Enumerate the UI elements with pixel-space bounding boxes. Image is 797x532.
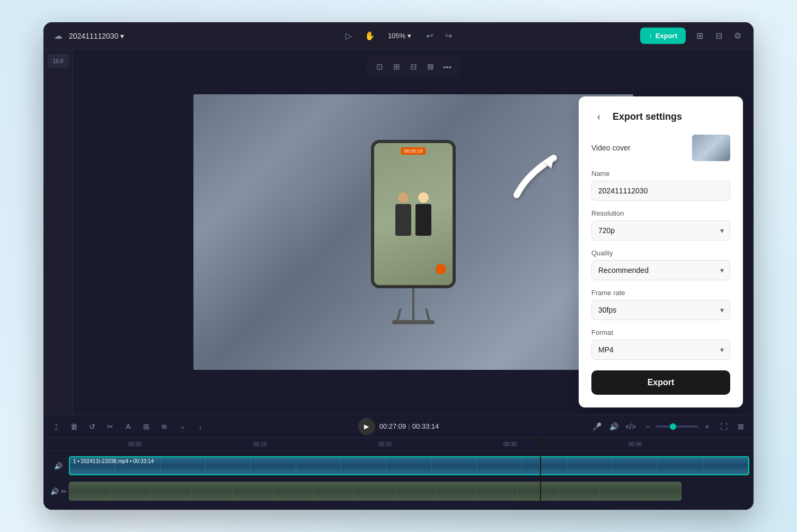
film-segment2: [192, 482, 233, 500]
canvas-area: ⊡ ⊞ ⊟ ⊠ ••• 00:00:23: [73, 50, 754, 414]
film-segment2: [518, 482, 559, 500]
zoom-control[interactable]: 105% ▾: [384, 30, 415, 42]
project-name-dropdown[interactable]: 202411112030 ▾: [69, 32, 124, 40]
film-segment2: [151, 482, 192, 500]
track-2-edit-icon[interactable]: ✏: [61, 487, 67, 495]
film-segment2: [395, 482, 436, 500]
quality-select[interactable]: Recommended High Medium Low: [591, 260, 730, 280]
track-1-content[interactable]: 1 • 202411t-22038.mp4 • 00:33:14: [69, 456, 749, 475]
resolution-select[interactable]: 720p 1080p 4K: [591, 220, 730, 241]
audio-sync-icon[interactable]: ≋: [158, 420, 171, 433]
film-segment: [522, 457, 567, 474]
video-content: 00:00:23: [193, 94, 633, 370]
framerate-label: Frame rate: [591, 289, 730, 297]
zoom-in-icon[interactable]: +: [701, 420, 713, 433]
code-icon[interactable]: </>: [624, 420, 637, 433]
video-cover-thumbnail[interactable]: [692, 135, 730, 161]
layout-icon[interactable]: ⊟: [711, 29, 726, 43]
delete-icon[interactable]: 🗑: [68, 420, 81, 433]
zoom-level-label: 105%: [388, 32, 405, 40]
film-segment2: [477, 482, 518, 500]
panel-title: Export settings: [613, 111, 682, 122]
layers-icon[interactable]: ⊞: [692, 29, 707, 43]
film-segment: [296, 457, 341, 474]
text-icon[interactable]: A: [122, 420, 135, 433]
person2-body: [415, 204, 431, 236]
back-button[interactable]: ‹: [591, 109, 606, 124]
transform-tool-icon[interactable]: ⊟: [406, 59, 421, 74]
keyframe-icon[interactable]: ⬦: [176, 420, 189, 433]
voiceover-icon[interactable]: 🔊: [607, 420, 620, 433]
fit-tool-icon[interactable]: ⊞: [389, 59, 404, 74]
undo-icon[interactable]: ↩: [422, 29, 437, 43]
quality-select-wrapper: Recommended High Medium Low: [591, 260, 730, 280]
tripod-base: [392, 320, 435, 324]
film-segment: [432, 457, 477, 474]
panel-icon[interactable]: ⊞: [140, 420, 153, 433]
split-icon[interactable]: ⌶: [50, 420, 63, 433]
film-segment: [161, 457, 206, 474]
person1: [395, 192, 411, 236]
framerate-select[interactable]: 24fps 30fps 60fps: [591, 300, 730, 320]
film-segment: [386, 457, 431, 474]
tripod-stand: [412, 288, 414, 320]
loop-icon[interactable]: ↺: [86, 420, 99, 433]
video-cover-label: Video cover: [591, 144, 631, 152]
film-segment2: [640, 482, 681, 500]
track-1-icons: 🔊: [48, 462, 69, 470]
film-segment: [658, 457, 703, 474]
mask-tool-icon[interactable]: ⊠: [423, 59, 438, 74]
zoom-slider[interactable]: [656, 425, 698, 428]
film-segment: [703, 457, 748, 474]
resolution-select-wrapper: 720p 1080p 4K: [591, 220, 730, 241]
redo-icon[interactable]: ↪: [441, 29, 456, 43]
more-tools-icon[interactable]: •••: [440, 59, 455, 74]
export-action-button[interactable]: Export: [591, 370, 730, 395]
fullscreen-icon[interactable]: ⛶: [718, 420, 730, 433]
panel-expand-icon[interactable]: ⊠: [734, 420, 747, 433]
film-segment2: [559, 482, 599, 500]
track-2-volume-icon[interactable]: 🔊: [50, 487, 59, 495]
track-1-volume-icon[interactable]: 🔊: [54, 462, 63, 470]
track-2-film: [69, 482, 681, 501]
resolution-group: Resolution 720p 1080p 4K: [591, 209, 730, 241]
film-segment: [613, 457, 658, 474]
export-button[interactable]: ↑ Export: [640, 28, 686, 44]
canvas-toolbar: ⊡ ⊞ ⊟ ⊠ •••: [367, 56, 460, 77]
play-mode-icon[interactable]: ▷: [341, 29, 356, 43]
zoom-out-icon[interactable]: −: [641, 420, 654, 433]
download-icon[interactable]: ↓: [194, 420, 207, 433]
crop-tool-icon[interactable]: ⊡: [372, 59, 387, 74]
film-segment: [568, 457, 613, 474]
settings-icon[interactable]: ⚙: [730, 29, 745, 43]
film-segment: [251, 457, 296, 474]
trim-icon[interactable]: ✂: [104, 420, 117, 433]
undo-redo-group: ↩ ↪: [422, 29, 456, 43]
name-input[interactable]: [591, 181, 730, 201]
ruler-mark-3: 00:30: [503, 441, 628, 447]
format-select[interactable]: MP4 MOV AVI GIF: [591, 340, 730, 360]
film-segment2: [314, 482, 355, 500]
zoom-slider-wrapper: − +: [641, 420, 713, 433]
track-2-content[interactable]: [69, 482, 749, 501]
bottom-timeline-area: ⌶ 🗑 ↺ ✂ A ⊞ ≋ ⬦ ↓ ▶ 00:27:09 | 00:33:14 …: [43, 414, 754, 510]
main-area: 16:9 ⊡ ⊞ ⊟ ⊠ •••: [43, 50, 754, 414]
hand-tool-icon[interactable]: ✋: [362, 29, 377, 43]
panel-header: ‹ Export settings: [591, 109, 730, 124]
microphone-icon[interactable]: 🎤: [590, 420, 603, 433]
top-bar-right: ↑ Export ⊞ ⊟ ⚙: [514, 28, 745, 44]
cover-thumb-inner: [692, 135, 730, 161]
resolution-label: Resolution: [591, 209, 730, 217]
film-segment2: [69, 482, 110, 500]
video-cover-row: Video cover: [591, 135, 730, 161]
total-time-label: 00:33:14: [412, 422, 439, 430]
top-bar: ☁ 202411112030 ▾ ▷ ✋ 105% ▾ ↩ ↪ ↑ Export: [43, 22, 754, 50]
video-frame: 00:00:23: [73, 50, 754, 414]
timeline-controls: ⌶ 🗑 ↺ ✂ A ⊞ ≋ ⬦ ↓ ▶ 00:27:09 | 00:33:14 …: [43, 415, 754, 438]
export-icon: ↑: [649, 32, 652, 40]
ruler-marks: 00:00 00:10 00:20 00:30 00:40: [128, 441, 754, 447]
left-sidebar: 16:9: [43, 50, 73, 414]
aspect-ratio-thumb[interactable]: 16:9: [48, 54, 69, 68]
framerate-group: Frame rate 24fps 30fps 60fps: [591, 289, 730, 320]
play-button-timeline[interactable]: ▶: [358, 418, 375, 435]
